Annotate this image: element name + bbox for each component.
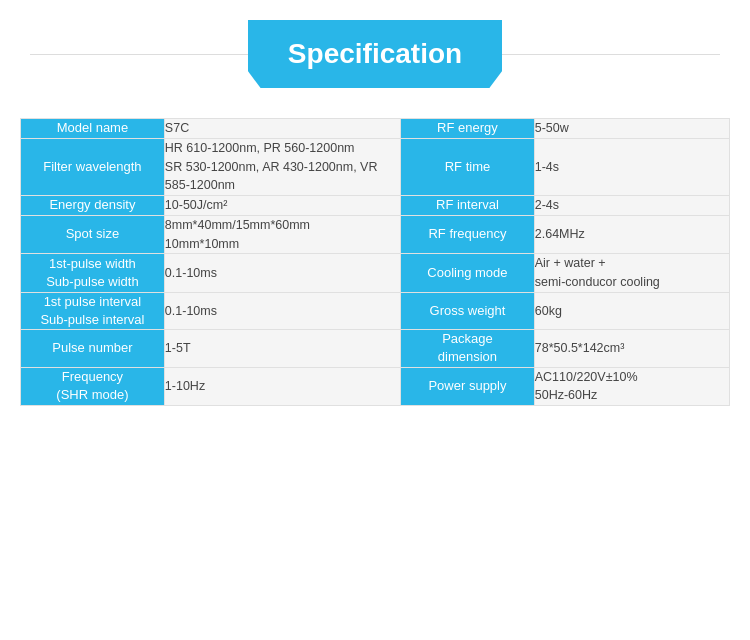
right-label-cell: Packagedimension [401,330,535,367]
right-value-cell: 5-50w [534,119,729,139]
left-label-cell: Energy density [21,196,165,216]
right-value-cell: 78*50.5*142cm³ [534,330,729,367]
right-value-cell: Air + water +semi-conducor cooling [534,254,729,293]
left-label-cell: Spot size [21,215,165,254]
left-label-cell: 1st pulse intervalSub-pulse interval [21,292,165,329]
spec-table-wrapper: Model nameS7CRF energy5-50wFilter wavele… [0,118,750,406]
spec-table: Model nameS7CRF energy5-50wFilter wavele… [20,118,730,406]
left-value-cell: 1-5T [164,330,400,367]
table-row: Frequency(SHR mode)1-10HzPower supplyAC1… [21,367,730,406]
header-section: Specification [0,20,750,88]
table-row: Energy density10-50J/cm²RF interval2-4s [21,196,730,216]
left-label-cell: Frequency(SHR mode) [21,367,165,406]
right-label-cell: Gross weight [401,292,535,329]
right-value-cell: 2.64MHz [534,215,729,254]
right-value-cell: 60kg [534,292,729,329]
left-value-cell: 0.1-10ms [164,292,400,329]
right-value-cell: AC110/220V±10%50Hz-60Hz [534,367,729,406]
left-value-cell: S7C [164,119,400,139]
right-label-cell: Cooling mode [401,254,535,293]
left-value-cell: 1-10Hz [164,367,400,406]
right-value-cell: 2-4s [534,196,729,216]
right-label-cell: RF frequency [401,215,535,254]
page-title: Specification [248,20,502,88]
left-value-cell: 8mm*40mm/15mm*60mm10mm*10mm [164,215,400,254]
table-row: Filter wavelengthHR 610-1200nm, PR 560-1… [21,138,730,195]
left-value-cell: 10-50J/cm² [164,196,400,216]
table-row: Pulse number1-5TPackagedimension78*50.5*… [21,330,730,367]
left-label-cell: Pulse number [21,330,165,367]
right-label-cell: RF energy [401,119,535,139]
right-label-cell: RF interval [401,196,535,216]
table-row: Spot size8mm*40mm/15mm*60mm10mm*10mmRF f… [21,215,730,254]
table-row: 1st-pulse widthSub-pulse width0.1-10msCo… [21,254,730,293]
right-label-cell: RF time [401,138,535,195]
right-label-cell: Power supply [401,367,535,406]
table-row: Model nameS7CRF energy5-50w [21,119,730,139]
left-label-cell: Model name [21,119,165,139]
left-label-cell: Filter wavelength [21,138,165,195]
right-value-cell: 1-4s [534,138,729,195]
left-label-cell: 1st-pulse widthSub-pulse width [21,254,165,293]
page-wrapper: Specification Model nameS7CRF energy5-50… [0,0,750,436]
left-value-cell: HR 610-1200nm, PR 560-1200nmSR 530-1200n… [164,138,400,195]
left-value-cell: 0.1-10ms [164,254,400,293]
table-row: 1st pulse intervalSub-pulse interval0.1-… [21,292,730,329]
